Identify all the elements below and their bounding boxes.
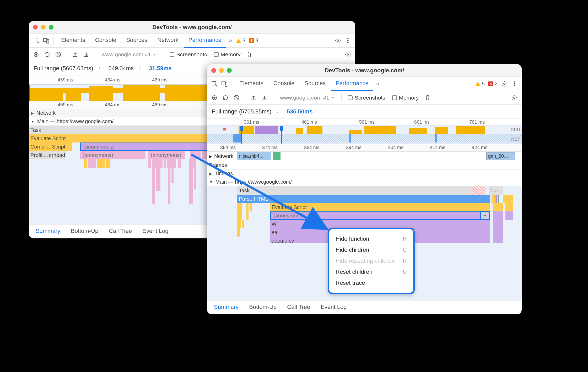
breadcrumb-range[interactable]: 649.34ms: [108, 65, 134, 72]
tab-call-tree[interactable]: Call Tree: [104, 225, 137, 239]
memory-checkbox[interactable]: Memory: [392, 95, 419, 101]
more-tabs-icon[interactable]: »: [227, 37, 234, 44]
kebab-icon[interactable]: [343, 36, 353, 45]
gear-icon[interactable]: [343, 50, 353, 59]
memory-checkbox[interactable]: Memory: [214, 51, 241, 58]
flame-item[interactable]: [493, 220, 503, 228]
flame-item[interactable]: [194, 168, 196, 189]
overview-selection[interactable]: [241, 126, 282, 144]
flame-item[interactable]: [237, 228, 240, 237]
network-request[interactable]: n,jsa,mb4…: [237, 152, 271, 160]
titlebar[interactable]: DevTools - www.google.com/: [29, 21, 355, 34]
flame-evaluate-script[interactable]: Evaluate Script: [270, 203, 490, 211]
flame-item[interactable]: [190, 151, 201, 159]
selection-handle-right[interactable]: [280, 126, 283, 131]
flame-item[interactable]: [505, 203, 513, 211]
zoom-icon[interactable]: [49, 25, 53, 30]
flame-item[interactable]: [106, 159, 110, 168]
tab-bottom-up[interactable]: Bottom-Up: [66, 225, 103, 239]
flame-item[interactable]: [493, 211, 503, 220]
flame-item[interactable]: [97, 159, 105, 168]
device-toolbar-icon[interactable]: [41, 36, 51, 45]
flame-item[interactable]: [189, 168, 193, 204]
tab-elements[interactable]: Elements: [56, 34, 90, 48]
flame-item[interactable]: [242, 220, 244, 228]
gear-icon[interactable]: [510, 93, 519, 102]
inspect-icon[interactable]: [210, 79, 219, 89]
warnings-badge[interactable]: 5: [476, 81, 485, 87]
tab-bottom-up[interactable]: Bottom-Up: [244, 300, 281, 315]
download-icon[interactable]: [260, 93, 269, 102]
tab-sources[interactable]: Sources: [121, 34, 152, 48]
clear-icon[interactable]: [232, 93, 241, 102]
flame-profiling-overhead[interactable]: Profili…erhead: [29, 151, 66, 159]
breadcrumb-full-range[interactable]: Full range (5705.85ms): [212, 108, 271, 115]
upload-icon[interactable]: [249, 93, 258, 102]
cpu-overview[interactable]: CPU NET: [207, 125, 522, 144]
breadcrumb-selection[interactable]: 31.59ms: [149, 65, 172, 72]
flame-entry-context-button[interactable]: ▼: [480, 211, 490, 220]
tab-call-tree[interactable]: Call Tree: [282, 300, 315, 315]
flame-item[interactable]: [88, 159, 96, 168]
flame-item[interactable]: [178, 159, 181, 168]
flame-item[interactable]: [246, 211, 249, 220]
recording-selector[interactable]: www.google.com #1▼: [277, 95, 338, 101]
flame-item[interactable]: [171, 168, 174, 183]
reload-icon[interactable]: [221, 93, 230, 102]
flame-item[interactable]: [237, 220, 241, 228]
close-icon[interactable]: [33, 25, 38, 30]
flame-item[interactable]: [84, 159, 87, 168]
flame-item[interactable]: [152, 168, 155, 204]
timings-track-header[interactable]: ▶Timings: [207, 169, 522, 178]
kebab-icon[interactable]: [510, 79, 519, 89]
flame-anonymous-selected[interactable]: (anonymous): [80, 143, 219, 151]
tab-console[interactable]: Console: [90, 34, 121, 48]
flame-item[interactable]: [503, 195, 513, 203]
inspect-icon[interactable]: [31, 36, 41, 45]
ctx-hide-function[interactable]: Hide functionH: [329, 233, 413, 244]
flame-item[interactable]: [505, 211, 513, 220]
record-icon[interactable]: [210, 93, 219, 102]
tab-sources[interactable]: Sources: [300, 77, 330, 91]
tab-performance[interactable]: Performance: [331, 77, 373, 91]
flame-anonymous-selected[interactable]: (anonymous): [270, 211, 490, 220]
flame-parse-html[interactable]: Parse HTML: [237, 195, 490, 203]
tab-summary[interactable]: Summary: [209, 300, 243, 315]
ctx-reset-children[interactable]: Reset childrenU: [329, 266, 413, 277]
frames-track-header[interactable]: Frames: [207, 161, 522, 169]
flame-item[interactable]: [495, 195, 497, 203]
main-track-header[interactable]: ▼Main — https://www.google.com/: [207, 178, 522, 186]
flame-task-long[interactable]: [472, 186, 485, 195]
breadcrumb-selection[interactable]: 535.50ms: [287, 108, 312, 115]
network-track-header[interactable]: ▶Network: [207, 153, 233, 159]
flame-item[interactable]: [237, 211, 242, 220]
flame-item[interactable]: [164, 159, 166, 168]
screenshots-checkbox[interactable]: Screenshots: [348, 95, 385, 101]
flame-anonymous[interactable]: (anonymous): [80, 151, 145, 159]
flame-item[interactable]: [156, 168, 160, 191]
recording-selector[interactable]: www.google.com #1▼: [99, 51, 159, 58]
more-tabs-icon[interactable]: »: [374, 80, 381, 87]
reload-icon[interactable]: [42, 50, 52, 59]
flame-task[interactable]: Task: [237, 186, 472, 195]
flame-item[interactable]: [152, 159, 163, 168]
gear-icon[interactable]: [333, 36, 343, 45]
minimize-icon[interactable]: [219, 68, 224, 73]
zoom-icon[interactable]: [227, 68, 232, 73]
record-icon[interactable]: [31, 50, 41, 59]
ctx-reset-trace[interactable]: Reset trace: [329, 277, 413, 288]
network-request[interactable]: gen_20…: [486, 152, 515, 160]
flame-item[interactable]: [246, 203, 249, 211]
tab-network[interactable]: Network: [153, 34, 183, 48]
ctx-hide-children[interactable]: Hide childrenC: [329, 244, 413, 255]
trash-icon[interactable]: [245, 50, 254, 59]
clear-icon[interactable]: [53, 50, 63, 59]
screenshots-checkbox[interactable]: Screenshots: [170, 51, 207, 58]
flame-item[interactable]: [492, 195, 495, 203]
flame-item[interactable]: [498, 195, 499, 203]
selection-handle-left[interactable]: [240, 126, 243, 131]
network-request[interactable]: [273, 152, 280, 160]
trash-icon[interactable]: [423, 93, 432, 102]
flame-item[interactable]: [167, 159, 176, 168]
tab-event-log[interactable]: Event Log: [138, 225, 173, 239]
